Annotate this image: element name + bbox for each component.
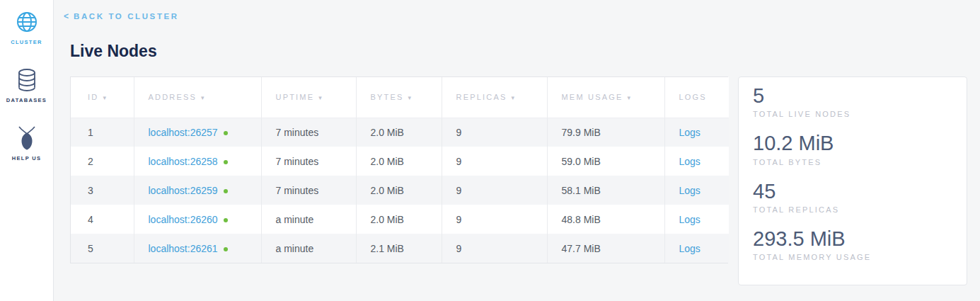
- sort-arrow-icon: ▾: [318, 94, 323, 101]
- stat-total-live-nodes: 5 TOTAL LIVE NODES: [753, 84, 955, 118]
- stat-value: 10.2 MiB: [753, 132, 955, 155]
- node-bytes-cell: 2.0 MiB: [356, 118, 442, 147]
- node-live-status-dot: [224, 189, 228, 193]
- node-mem-usage-cell: 47.7 MiB: [547, 234, 664, 263]
- column-header-uptime[interactable]: UPTIME▾: [261, 77, 356, 118]
- node-bytes-cell: 2.0 MiB: [356, 147, 442, 176]
- node-live-status-dot: [224, 218, 228, 222]
- sort-arrow-icon: ▾: [628, 94, 633, 101]
- cluster-summary-card: 5 TOTAL LIVE NODES 10.2 MiB TOTAL BYTES …: [738, 76, 967, 285]
- stat-label: TOTAL LIVE NODES: [753, 110, 955, 118]
- database-stack-icon: [16, 67, 38, 93]
- node-address-cell: localhost:26258: [134, 147, 261, 176]
- sidebar-item-label: DATABASES: [6, 97, 47, 103]
- node-replicas-cell: 9: [442, 205, 547, 234]
- sidebar-item-label: HELP US: [12, 155, 41, 161]
- sort-arrow-icon: ▾: [103, 94, 108, 101]
- stat-value: 5: [753, 84, 955, 108]
- node-logs-link[interactable]: Logs: [679, 214, 701, 225]
- node-address-cell: localhost:26261: [134, 234, 261, 263]
- node-logs-link[interactable]: Logs: [679, 243, 701, 254]
- main-content: < BACK TO CLUSTER Live Nodes ID▾ ADDRESS…: [54, 0, 980, 285]
- stat-value: 45: [753, 180, 955, 203]
- stat-label: TOTAL MEMORY USAGE: [753, 253, 955, 261]
- table-row: 2 localhost:26258 7 minutes 2.0 MiB 9 59…: [71, 147, 729, 176]
- node-logs-cell: Logs: [664, 205, 729, 234]
- node-address-cell: localhost:26259: [134, 176, 261, 205]
- table-header-row: ID▾ ADDRESS▾ UPTIME▾ BYTES▾ REPLICAS▾ ME…: [71, 77, 729, 118]
- node-logs-link[interactable]: Logs: [679, 185, 701, 196]
- column-header-bytes[interactable]: BYTES▾: [356, 77, 442, 118]
- table-row: 5 localhost:26261 a minute 2.1 MiB 9 47.…: [71, 234, 729, 263]
- column-header-address[interactable]: ADDRESS▾: [134, 77, 261, 118]
- node-bytes-cell: 2.0 MiB: [356, 176, 442, 205]
- node-live-status-dot: [224, 160, 228, 164]
- back-to-cluster-link[interactable]: < BACK TO CLUSTER: [64, 11, 179, 21]
- cockroach-icon: [16, 125, 38, 152]
- node-live-status-dot: [224, 247, 228, 251]
- node-logs-cell: Logs: [664, 147, 729, 176]
- stat-label: TOTAL BYTES: [753, 158, 955, 166]
- column-header-logs: LOGS: [664, 77, 729, 118]
- node-address-link[interactable]: localhost:26259: [149, 185, 218, 196]
- node-address-link[interactable]: localhost:26258: [149, 156, 218, 167]
- sort-arrow-icon: ▾: [512, 94, 517, 101]
- node-uptime-cell: a minute: [261, 205, 356, 234]
- node-address-link[interactable]: localhost:26261: [149, 243, 218, 254]
- stat-total-replicas: 45 TOTAL REPLICAS: [753, 180, 955, 214]
- node-uptime-cell: 7 minutes: [261, 176, 356, 205]
- stat-label: TOTAL REPLICAS: [753, 205, 955, 214]
- back-chevron-icon: <: [64, 11, 69, 21]
- node-mem-usage-cell: 58.1 MiB: [547, 176, 664, 205]
- node-bytes-cell: 2.0 MiB: [356, 205, 442, 234]
- node-replicas-cell: 9: [442, 147, 547, 176]
- stat-value: 293.5 MiB: [753, 227, 955, 251]
- globe-icon: [15, 8, 39, 35]
- stat-total-memory-usage: 293.5 MiB TOTAL MEMORY USAGE: [753, 227, 955, 261]
- sidebar-item-help-us[interactable]: HELP US: [0, 125, 53, 161]
- table-row: 3 localhost:26259 7 minutes 2.0 MiB 9 58…: [71, 176, 729, 205]
- node-uptime-cell: a minute: [261, 234, 356, 263]
- sort-arrow-icon: ▾: [408, 94, 413, 101]
- content-row: ID▾ ADDRESS▾ UPTIME▾ BYTES▾ REPLICAS▾ ME…: [70, 76, 967, 285]
- stat-total-bytes: 10.2 MiB TOTAL BYTES: [753, 132, 955, 166]
- node-replicas-cell: 9: [442, 234, 547, 263]
- table-row: 4 localhost:26260 a minute 2.0 MiB 9 48.…: [71, 205, 729, 234]
- live-nodes-table: ID▾ ADDRESS▾ UPTIME▾ BYTES▾ REPLICAS▾ ME…: [71, 77, 729, 263]
- node-uptime-cell: 7 minutes: [261, 147, 356, 176]
- node-id-cell: 1: [71, 118, 134, 147]
- sidebar-item-databases[interactable]: DATABASES: [0, 67, 53, 103]
- sidebar: CLUSTER DATABASES HELP US: [0, 0, 54, 301]
- sort-arrow-icon: ▾: [201, 94, 206, 101]
- page-title: Live Nodes: [70, 42, 967, 61]
- node-mem-usage-cell: 59.0 MiB: [547, 147, 664, 176]
- node-mem-usage-cell: 79.9 MiB: [547, 118, 664, 147]
- sidebar-item-cluster[interactable]: CLUSTER: [0, 8, 53, 45]
- node-logs-link[interactable]: Logs: [679, 127, 701, 138]
- node-logs-cell: Logs: [664, 234, 729, 263]
- node-logs-cell: Logs: [664, 118, 729, 147]
- node-uptime-cell: 7 minutes: [261, 118, 356, 147]
- node-address-link[interactable]: localhost:26257: [149, 127, 218, 138]
- back-link-label: BACK TO CLUSTER: [74, 12, 179, 21]
- node-bytes-cell: 2.1 MiB: [356, 234, 442, 263]
- node-mem-usage-cell: 48.8 MiB: [547, 205, 664, 234]
- node-address-link[interactable]: localhost:26260: [149, 214, 218, 225]
- node-replicas-cell: 9: [442, 176, 547, 205]
- node-address-cell: localhost:26257: [134, 118, 261, 147]
- node-replicas-cell: 9: [442, 118, 547, 147]
- live-nodes-table-card: ID▾ ADDRESS▾ UPTIME▾ BYTES▾ REPLICAS▾ ME…: [70, 76, 728, 263]
- node-live-status-dot: [224, 131, 228, 135]
- node-logs-cell: Logs: [664, 176, 729, 205]
- column-header-replicas[interactable]: REPLICAS▾: [442, 77, 547, 118]
- node-id-cell: 2: [71, 147, 134, 176]
- node-id-cell: 4: [71, 205, 134, 234]
- node-id-cell: 3: [71, 176, 134, 205]
- table-row: 1 localhost:26257 7 minutes 2.0 MiB 9 79…: [71, 118, 729, 147]
- node-logs-link[interactable]: Logs: [679, 156, 701, 167]
- column-header-id[interactable]: ID▾: [71, 77, 134, 118]
- sidebar-item-label: CLUSTER: [11, 39, 42, 45]
- column-header-mem-usage[interactable]: MEM USAGE▾: [547, 77, 664, 118]
- node-address-cell: localhost:26260: [134, 205, 261, 234]
- node-id-cell: 5: [71, 234, 134, 263]
